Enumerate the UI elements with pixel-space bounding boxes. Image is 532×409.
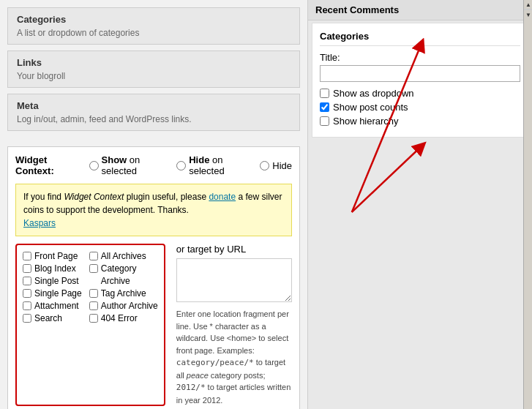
show-hierarchy-checkbox[interactable] (320, 116, 329, 126)
scrollbar-up-arrow[interactable]: ▲ (524, 0, 532, 9)
meta-widget-desc: Log in/out, admin, feed and WordPress li… (17, 114, 291, 124)
show-hierarchy-label: Show hierarchy (333, 116, 399, 127)
single-page-checkbox[interactable] (23, 289, 31, 298)
categories-widget-desc: A list or dropdown of categories (17, 28, 291, 38)
hide-radio[interactable] (260, 161, 269, 170)
blog-index-checkbox[interactable] (23, 264, 31, 273)
front-page-label: Front Page (34, 251, 78, 261)
hide-on-selected-option[interactable]: Hide on selected (176, 154, 249, 176)
category-archive-checkbox[interactable] (89, 264, 98, 273)
widget-context-label: Widget Context: (15, 154, 78, 176)
attachment-label: Attachment (34, 301, 79, 311)
widget-context-section: Widget Context: Show on selected Hide on… (7, 146, 300, 409)
search-label: Search (34, 313, 62, 323)
show-hierarchy-option[interactable]: Show hierarchy (320, 116, 520, 127)
recent-comments-bar: Recent Comments (308, 0, 532, 20)
info-text: If you find Widget Context plugin useful… (23, 192, 282, 228)
title-field-label: Title: (320, 52, 520, 63)
front-page-checkbox-item[interactable]: Front Page (23, 251, 82, 261)
single-post-label: Single Post (34, 276, 79, 286)
links-widget-desc: Your blogroll (17, 71, 291, 81)
left-panel: Categories A list or dropdown of categor… (0, 0, 307, 409)
hide-on-selected-label: Hide on selected (189, 154, 249, 176)
right-panel: Recent Comments Categories Title: Show a… (307, 0, 532, 409)
all-archives-checkbox[interactable] (89, 252, 98, 260)
hide-on-selected-radio[interactable] (176, 161, 186, 170)
url-target-textarea[interactable] (176, 258, 292, 302)
category-archive-checkbox-item[interactable]: Category (89, 263, 158, 274)
all-archives-checkbox-item[interactable]: All Archives (89, 251, 158, 261)
author-archive-checkbox-item[interactable]: Author Archive (89, 301, 158, 311)
single-page-label: Single Page (34, 288, 82, 299)
single-page-checkbox-item[interactable]: Single Page (23, 288, 82, 299)
tag-archive-checkbox-item[interactable]: Tag Archive (89, 288, 158, 299)
search-checkbox[interactable] (23, 314, 31, 323)
title-field-input[interactable] (320, 65, 520, 82)
url-help-text: Enter one location fragment per line. Us… (176, 308, 292, 406)
categories-widget-config: Categories Title: Show as dropdown Show … (312, 23, 528, 138)
url-target-label: or target by URL (176, 244, 292, 255)
author-archive-label: Author Archive (101, 301, 158, 311)
tag-archive-checkbox[interactable] (89, 289, 98, 298)
author-link[interactable]: Kaspars (23, 218, 56, 228)
meta-widget-item[interactable]: Meta Log in/out, admin, feed and WordPre… (7, 94, 300, 131)
all-archives-label: All Archives (101, 251, 146, 261)
author-archive-checkbox[interactable] (89, 301, 98, 310)
category-archive-label: Category (101, 263, 137, 274)
404-error-checkbox-item[interactable]: 404 Error (89, 313, 158, 323)
show-as-dropdown-checkbox[interactable] (320, 89, 329, 98)
meta-widget-title: Meta (17, 100, 291, 111)
show-on-selected-radio[interactable] (89, 161, 99, 170)
404-error-label: 404 Error (101, 313, 138, 323)
category-archive2-checkbox-item: Archive (89, 276, 158, 286)
show-as-dropdown-label: Show as dropdown (333, 88, 414, 99)
content-row: Front Page All Archives Blog Index (15, 244, 292, 406)
blog-index-checkbox-item[interactable]: Blog Index (23, 263, 82, 274)
tag-archive-label: Tag Archive (101, 288, 146, 299)
donate-link[interactable]: donate (209, 192, 236, 202)
show-post-counts-option[interactable]: Show post counts (320, 102, 520, 113)
recent-comments-label: Recent Comments (315, 4, 399, 15)
info-banner: If you find Widget Context plugin useful… (15, 184, 292, 236)
categories-widget-title: Categories (17, 14, 291, 25)
svg-line-2 (352, 146, 422, 212)
blog-index-label: Blog Index (34, 263, 76, 274)
show-post-counts-label: Show post counts (333, 102, 408, 113)
links-widget-title: Links (17, 57, 291, 68)
scrollbar-down-arrow[interactable]: ▼ (524, 10, 532, 19)
search-checkbox-item[interactable]: Search (23, 313, 82, 323)
categories-widget-item[interactable]: Categories A list or dropdown of categor… (7, 7, 300, 45)
categories-config-title: Categories (320, 31, 520, 46)
attachment-checkbox[interactable] (23, 301, 31, 310)
single-post-checkbox[interactable] (23, 277, 31, 285)
title-field-row: Title: (320, 52, 520, 82)
hide-option[interactable]: Hide (260, 160, 292, 171)
show-on-selected-label: Show on selected (102, 154, 166, 176)
404-error-checkbox[interactable] (89, 314, 98, 323)
links-widget-item[interactable]: Links Your blogroll (7, 50, 300, 88)
show-as-dropdown-option[interactable]: Show as dropdown (320, 88, 520, 99)
show-post-counts-checkbox[interactable] (320, 102, 329, 112)
location-checkboxes: Front Page All Archives Blog Index (15, 244, 165, 406)
checkbox-grid: Front Page All Archives Blog Index (23, 251, 158, 323)
right-scrollbar[interactable]: ▲ ▼ (523, 0, 532, 409)
show-on-selected-option[interactable]: Show on selected (89, 154, 166, 176)
category-archive2-label: Archive (89, 276, 130, 286)
widget-context-header: Widget Context: Show on selected Hide on… (15, 154, 292, 176)
front-page-checkbox[interactable] (23, 252, 31, 260)
url-target: or target by URL Enter one location frag… (176, 244, 292, 406)
widget-list: Categories A list or dropdown of categor… (7, 7, 300, 140)
single-post-checkbox-item[interactable]: Single Post (23, 276, 82, 286)
hide-label: Hide (272, 160, 292, 171)
attachment-checkbox-item[interactable]: Attachment (23, 301, 82, 311)
